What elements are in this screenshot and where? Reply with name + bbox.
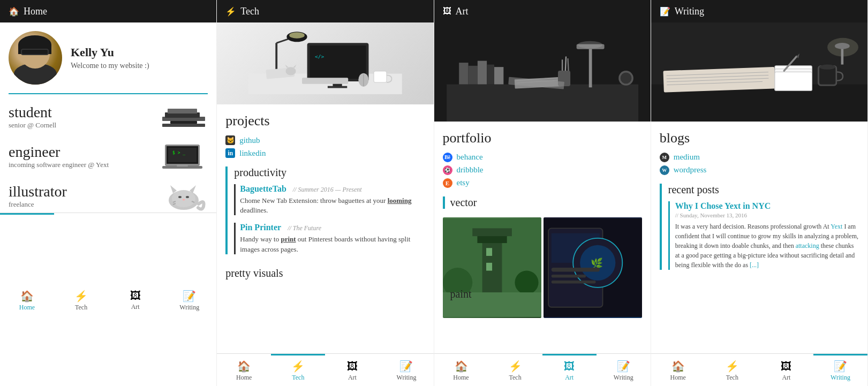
role-engineer: engineer incoming software engineer @ Ye…	[9, 140, 208, 172]
nav-art-w[interactable]: 🖼 Art	[759, 354, 813, 386]
nav-art[interactable]: 🖼 Art	[108, 213, 162, 386]
portfolio-thumb-2[interactable]: 🌿	[544, 217, 642, 318]
project-baguette: BaguetteTab // Summer 2016 — Present Cho…	[234, 184, 425, 215]
projects-title: projects	[225, 113, 425, 129]
nav-writing-a[interactable]: 📝 Writing	[597, 354, 651, 386]
tech-icon-w: ⚡	[726, 360, 739, 373]
svg-rect-10	[177, 165, 188, 166]
pin-name[interactable]: Pin Printer	[240, 223, 281, 232]
writing-nav-label: Writing	[179, 304, 199, 312]
svg-rect-75	[551, 268, 599, 271]
svg-rect-35	[374, 71, 387, 82]
writing-icon-w: 📝	[834, 360, 847, 373]
role-illustrator-title: illustrator	[9, 183, 153, 200]
linkedin-link[interactable]: linkedin	[239, 149, 266, 158]
wordpress-link-item[interactable]: W wordpress	[660, 165, 859, 175]
dribbble-icon: ⚽	[443, 165, 452, 175]
portfolio-title: portfolio	[443, 130, 642, 146]
tech-hero-image: </>	[217, 22, 433, 104]
pin-desc: Handy way to print out Pinterest boards …	[240, 234, 425, 254]
art-nav-label: Art	[131, 303, 140, 311]
svg-rect-80	[663, 67, 775, 93]
writing-hero-image	[651, 22, 867, 122]
nav-art-a[interactable]: 🖼 Art	[542, 354, 597, 386]
svg-line-55	[565, 57, 565, 71]
writing-header-title: Writing	[675, 6, 704, 17]
art-hero-image	[434, 22, 651, 122]
tech-nav: 🏠 Home ⚡ Tech 🖼 Art 📝 Writing	[217, 353, 433, 386]
svg-rect-45	[459, 63, 468, 84]
profile-tagline: Welcome to my website :)	[71, 62, 149, 70]
behance-link[interactable]: behance	[457, 153, 483, 162]
home-panel: 🏠 Home Kelly Yu Welcome to my website :)	[0, 0, 217, 386]
role-student-subtitle: senior @ Cornell	[9, 121, 153, 130]
behance-icon: Bē	[443, 153, 452, 162]
role-engineer-text: engineer incoming software engineer @ Ye…	[9, 143, 153, 169]
wordpress-link[interactable]: wordpress	[674, 165, 707, 175]
books-icon	[160, 101, 208, 133]
svg-rect-47	[477, 61, 486, 85]
etsy-link[interactable]: etsy	[457, 178, 470, 187]
vector-section: vector	[443, 196, 642, 209]
baguette-name[interactable]: BaguetteTab	[240, 184, 286, 193]
art-label-w: Art	[782, 374, 790, 382]
art-header: 🖼 Art	[434, 0, 651, 22]
portfolio-thumb-1[interactable]	[443, 217, 541, 318]
post-yext-title[interactable]: Why I Chose Yext in NYC	[675, 201, 859, 211]
svg-point-67	[515, 270, 538, 294]
writing-label-a: Writing	[614, 374, 633, 382]
svg-point-31	[289, 32, 305, 38]
art-links: Bē behance ⚽ dribbble E etsy	[443, 153, 642, 188]
home-nav-icon: 🏠	[20, 290, 34, 302]
art-header-icon: 🖼	[443, 6, 451, 16]
svg-text:🌿: 🌿	[591, 257, 603, 269]
tech-label-t: Tech	[292, 374, 304, 382]
nav-home-a[interactable]: 🏠 Home	[434, 354, 488, 386]
tech-icon-t: ⚡	[291, 360, 305, 373]
tech-header-title: Tech	[240, 6, 259, 17]
svg-rect-63	[472, 228, 512, 236]
nav-tech-w[interactable]: ⚡ Tech	[705, 354, 759, 386]
role-student-text: student senior @ Cornell	[9, 104, 153, 130]
etsy-link-item[interactable]: E etsy	[443, 178, 642, 188]
nav-writing-t[interactable]: 📝 Writing	[379, 354, 433, 386]
nav-tech-t[interactable]: ⚡ Tech	[271, 354, 325, 386]
dribbble-link-item[interactable]: ⚽ dribbble	[443, 165, 642, 175]
productivity-section: productivity BaguetteTab // Summer 2016 …	[225, 166, 425, 254]
nav-tech-a[interactable]: ⚡ Tech	[488, 354, 542, 386]
svg-rect-91	[819, 67, 835, 84]
art-hero-bg	[434, 22, 651, 122]
github-link-item[interactable]: 🐱 github	[225, 135, 425, 145]
nav-art-t[interactable]: 🖼 Art	[325, 354, 379, 386]
svg-marker-39	[293, 64, 297, 67]
nav-home-w[interactable]: 🏠 Home	[651, 354, 705, 386]
writing-inner-content: blogs M medium W wordpress recent posts …	[651, 122, 867, 353]
baguette-date: // Summer 2016 — Present	[293, 186, 362, 193]
linkedin-link-item[interactable]: in linkedin	[225, 148, 425, 158]
svg-rect-4	[162, 124, 205, 127]
laptop-icon: $ > _	[160, 140, 208, 172]
vector-title: vector	[450, 196, 642, 209]
medium-link-item[interactable]: M medium	[660, 153, 859, 162]
nav-home[interactable]: 🏠 Home	[0, 213, 54, 386]
medium-link[interactable]: medium	[674, 153, 700, 162]
role-illustrator-subtitle: freelance	[9, 200, 153, 209]
role-engineer-subtitle: incoming software engineer @ Yext	[9, 161, 153, 169]
github-link[interactable]: github	[239, 136, 260, 145]
behance-link-item[interactable]: Bē behance	[443, 153, 642, 162]
svg-point-18	[178, 196, 182, 198]
home-header: 🏠 Home	[0, 0, 216, 22]
nav-writing-w[interactable]: 📝 Writing	[813, 354, 867, 386]
svg-rect-42	[588, 47, 592, 87]
art-header-title: Art	[456, 6, 469, 17]
post-yext-date: // Sunday, November 13, 2016	[675, 212, 859, 218]
svg-point-95	[835, 43, 850, 49]
role-illustrator: illustrator freelance	[9, 180, 208, 212]
dribbble-link[interactable]: dribbble	[457, 165, 484, 175]
nav-tech[interactable]: ⚡ Tech	[54, 213, 108, 386]
nav-writing[interactable]: 📝 Writing	[162, 213, 216, 386]
svg-rect-64	[486, 248, 492, 256]
nav-home-t[interactable]: 🏠 Home	[217, 354, 271, 386]
pretty-visuals-title: pretty visuals	[225, 263, 425, 279]
read-more-link[interactable]: [...]	[750, 261, 759, 269]
